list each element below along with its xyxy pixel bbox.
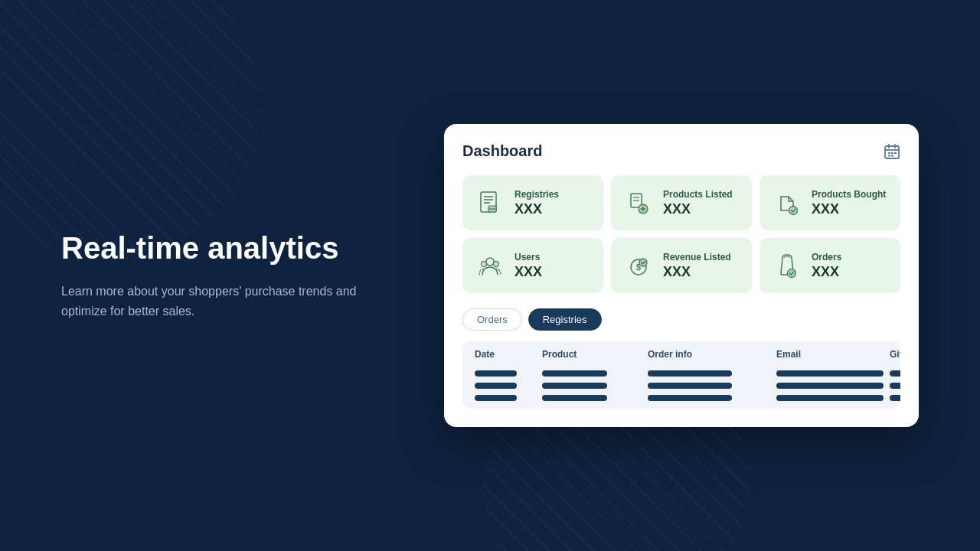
cell-bar [475, 370, 517, 377]
svg-rect-8 [891, 155, 893, 156]
stat-value-orders: XXX [812, 264, 841, 280]
stat-info-products-listed: Products Listed XXX [663, 189, 733, 217]
stats-grid: Registries XXX Products Listed XXX [462, 175, 900, 293]
svg-rect-4 [888, 152, 890, 154]
svg-point-21 [789, 207, 798, 215]
stat-card-registries[interactable]: Registries XXX [462, 175, 603, 230]
svg-point-24 [494, 262, 499, 267]
tab-orders[interactable]: Orders [462, 308, 522, 331]
stat-info-products-bought: Products Bought XXX [812, 189, 886, 217]
stat-info-registries: Registries XXX [514, 189, 559, 217]
svg-rect-6 [894, 152, 897, 154]
cell-bar [776, 370, 884, 377]
table-row [475, 383, 888, 389]
cell-bar [648, 370, 732, 377]
stat-label-users: Users [514, 252, 542, 262]
products-listed-icon [623, 187, 654, 218]
stat-card-revenue-listed[interactable]: $ Revenue Listed XXX [611, 238, 752, 293]
stat-label-products-listed: Products Listed [663, 189, 733, 200]
stat-card-products-bought[interactable]: Products Bought XXX [760, 175, 900, 230]
stat-card-orders[interactable]: Orders XXX [760, 238, 900, 293]
table-header: Date Product Order info Email Gifter Reg… [462, 341, 900, 367]
cell-bar [776, 383, 884, 389]
stat-label-revenue-listed: Revenue Listed [663, 252, 731, 262]
tab-registries[interactable]: Registries [528, 308, 602, 331]
svg-point-23 [482, 262, 487, 267]
dashboard-title: Dashboard [462, 142, 542, 160]
hero-subtitle: Learn more about your shoppers' purchase… [61, 282, 398, 321]
tabs-row: Orders Registries [462, 308, 900, 331]
stat-card-products-listed[interactable]: Products Listed XXX [611, 175, 752, 230]
svg-rect-7 [888, 155, 890, 156]
stat-info-revenue-listed: Revenue Listed XXX [663, 252, 731, 280]
stat-value-users: XXX [514, 264, 542, 280]
col-header-gifter: Gifter [890, 349, 900, 360]
hero-section: Real-time analytics Learn more about you… [61, 230, 398, 321]
stat-value-products-listed: XXX [663, 201, 733, 217]
table-body [462, 367, 900, 409]
cell-bar [648, 395, 732, 401]
revenue-listed-icon: $ [623, 250, 654, 281]
dashboard-panel: Dashboard [444, 124, 919, 427]
stat-label-products-bought: Products Bought [812, 189, 886, 200]
registries-icon [475, 187, 505, 218]
stat-label-registries: Registries [514, 189, 559, 200]
hero-title: Real-time analytics [61, 230, 398, 266]
cell-bar [776, 395, 884, 401]
cell-bar [890, 383, 900, 389]
cell-bar [542, 383, 607, 389]
dashboard-header: Dashboard [462, 142, 900, 160]
cell-bar [475, 395, 517, 401]
products-bought-icon [772, 187, 802, 218]
col-header-date: Date [475, 349, 536, 360]
table-row [475, 395, 888, 401]
svg-point-27 [639, 259, 647, 266]
stat-value-products-bought: XXX [812, 201, 886, 217]
orders-icon [772, 250, 802, 281]
stat-label-orders: Orders [812, 252, 841, 262]
col-header-email: Email [776, 349, 884, 360]
col-header-order-info: Order info [648, 349, 770, 360]
cell-bar [542, 395, 607, 401]
table-panel: Date Product Order info Email Gifter Reg… [462, 341, 900, 409]
cell-bar [475, 383, 517, 389]
cell-bar [648, 383, 732, 389]
stat-info-orders: Orders XXX [812, 252, 841, 280]
users-icon [475, 250, 505, 281]
stat-card-users[interactable]: Users XXX [462, 238, 603, 293]
col-header-product: Product [542, 349, 642, 360]
svg-point-28 [788, 269, 796, 278]
stat-value-revenue-listed: XXX [663, 264, 731, 280]
svg-rect-5 [891, 152, 893, 154]
cell-bar [890, 395, 900, 401]
cell-bar [542, 370, 607, 377]
stat-value-registries: XXX [514, 201, 559, 217]
calendar-icon[interactable] [884, 143, 900, 160]
svg-point-22 [486, 258, 494, 266]
stat-info-users: Users XXX [514, 252, 542, 280]
table-row [475, 370, 888, 377]
cell-bar [890, 370, 900, 377]
